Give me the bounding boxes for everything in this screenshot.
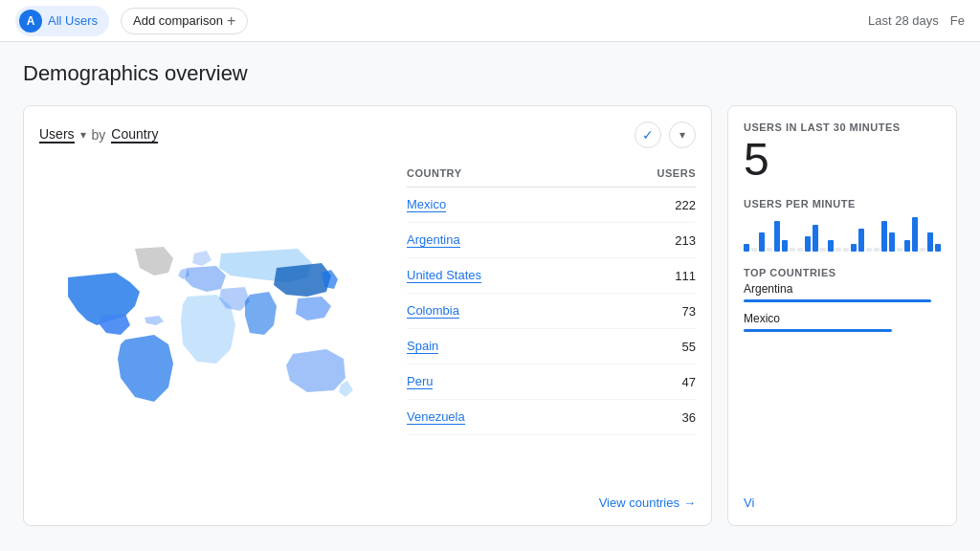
page-title: Demographics overview bbox=[23, 61, 957, 86]
dimension-label[interactable]: Country bbox=[111, 126, 158, 143]
mini-bar bbox=[843, 248, 849, 252]
mini-bar bbox=[744, 244, 749, 252]
top-countries-label: TOP COUNTRIES bbox=[744, 267, 941, 278]
table-row: Spain 55 bbox=[407, 329, 696, 364]
mini-bar bbox=[797, 248, 803, 252]
mini-bar bbox=[897, 248, 902, 252]
country-header: COUNTRY bbox=[407, 167, 461, 179]
mini-bar bbox=[912, 217, 918, 252]
arrow-right-icon: → bbox=[683, 496, 696, 510]
mini-bar bbox=[805, 236, 811, 252]
mini-bar bbox=[790, 248, 795, 252]
table-row: Venezuela 36 bbox=[407, 400, 696, 435]
country-name[interactable]: Argentina bbox=[407, 232, 460, 248]
country-value: 36 bbox=[682, 410, 696, 425]
table-row: United States 111 bbox=[407, 258, 696, 294]
mini-bar bbox=[813, 225, 818, 252]
users-last-30-section: USERS IN LAST 30 MINUTES 5 bbox=[744, 121, 941, 183]
country-name[interactable]: United States bbox=[407, 268, 481, 283]
table-row: Peru 47 bbox=[407, 364, 696, 400]
view-countries-label: View countries bbox=[599, 496, 679, 510]
mini-bar-chart bbox=[744, 217, 941, 252]
top-countries-section: TOP COUNTRIES Argentina Mexico bbox=[744, 267, 941, 332]
main-layout: Users ▾ by Country ✓ ▾ bbox=[23, 105, 957, 526]
country-value: 47 bbox=[682, 375, 696, 389]
top-country-name: Argentina bbox=[744, 282, 941, 296]
mini-bar bbox=[920, 248, 925, 252]
top-country-item: Mexico bbox=[744, 312, 941, 332]
mini-bar bbox=[774, 221, 780, 252]
mini-bar bbox=[866, 248, 872, 252]
map-area bbox=[39, 160, 384, 510]
users-last-30-label: USERS IN LAST 30 MINUTES bbox=[744, 121, 941, 133]
check-icon[interactable]: ✓ bbox=[635, 121, 661, 148]
plus-icon: + bbox=[227, 12, 235, 30]
mini-bar bbox=[851, 244, 857, 252]
mini-bar bbox=[835, 248, 841, 252]
topbar: A All Users Add comparison + Last 28 day… bbox=[0, 0, 980, 42]
card-title-group: Users ▾ by Country bbox=[39, 126, 158, 143]
top-countries-list: Argentina Mexico bbox=[744, 282, 941, 332]
mini-bar bbox=[767, 248, 772, 252]
by-label: by bbox=[92, 127, 106, 143]
users-per-minute-section: USERS PER MINUTE bbox=[744, 198, 941, 252]
mini-bar bbox=[858, 229, 864, 252]
card-controls: ✓ ▾ bbox=[635, 121, 696, 148]
country-value: 73 bbox=[682, 304, 696, 319]
table-row: Argentina 213 bbox=[407, 223, 696, 258]
top-country-bar bbox=[744, 299, 931, 302]
table-body: Mexico 222 Argentina 213 United States 1… bbox=[407, 187, 696, 484]
mini-bar bbox=[759, 232, 765, 252]
mini-bar bbox=[904, 240, 910, 252]
users-count: 5 bbox=[744, 137, 941, 183]
metric-dropdown[interactable]: Users bbox=[39, 126, 75, 143]
world-map bbox=[39, 230, 384, 440]
map-table-layout: COUNTRY USERS Mexico 222 Argentina 213 U… bbox=[39, 160, 696, 510]
country-value: 222 bbox=[675, 198, 696, 212]
top-country-bar bbox=[744, 329, 892, 332]
country-value: 111 bbox=[675, 269, 696, 283]
date-label: Fe bbox=[950, 13, 965, 28]
table-header: COUNTRY USERS bbox=[407, 160, 696, 187]
table-area: COUNTRY USERS Mexico 222 Argentina 213 U… bbox=[407, 160, 696, 510]
avatar: A bbox=[19, 10, 42, 33]
mini-bar bbox=[828, 240, 834, 252]
mini-bar bbox=[874, 248, 880, 252]
mini-bar bbox=[820, 248, 826, 252]
all-users-segment[interactable]: A All Users bbox=[15, 6, 109, 36]
country-name[interactable]: Spain bbox=[407, 339, 438, 354]
country-name[interactable]: Peru bbox=[407, 374, 433, 389]
country-value: 55 bbox=[682, 340, 696, 354]
all-users-label: All Users bbox=[48, 13, 98, 28]
top-country-name: Mexico bbox=[744, 312, 941, 325]
table-row: Colombia 73 bbox=[407, 294, 696, 329]
page-content: Demographics overview Users ▾ by Country… bbox=[0, 42, 980, 551]
top-country-item: Argentina bbox=[744, 282, 941, 302]
card-header: Users ▾ by Country ✓ ▾ bbox=[39, 121, 696, 148]
mini-bar bbox=[889, 232, 895, 252]
topbar-right: Last 28 days Fe bbox=[868, 13, 965, 28]
date-range-label: Last 28 days bbox=[868, 13, 939, 28]
mini-bar bbox=[927, 232, 933, 252]
main-card: Users ▾ by Country ✓ ▾ bbox=[23, 105, 712, 526]
metric-chevron-icon[interactable]: ▾ bbox=[80, 128, 86, 142]
topbar-left: A All Users Add comparison + bbox=[15, 6, 248, 36]
table-row: Mexico 222 bbox=[407, 187, 696, 223]
country-name[interactable]: Venezuela bbox=[407, 409, 465, 425]
sidebar-card: USERS IN LAST 30 MINUTES 5 USERS PER MIN… bbox=[727, 105, 957, 526]
view-countries-link[interactable]: View countries → bbox=[599, 484, 696, 510]
add-comparison-button[interactable]: Add comparison + bbox=[121, 8, 248, 34]
mini-bar bbox=[881, 221, 887, 252]
mini-bar bbox=[751, 248, 757, 252]
users-per-minute-label: USERS PER MINUTE bbox=[744, 198, 941, 209]
mini-bar bbox=[935, 244, 941, 252]
view-more-link[interactable]: Vi bbox=[744, 496, 941, 510]
dropdown-icon[interactable]: ▾ bbox=[669, 121, 696, 148]
country-name[interactable]: Colombia bbox=[407, 303, 459, 319]
add-comparison-label: Add comparison bbox=[133, 13, 223, 28]
users-header: USERS bbox=[657, 167, 696, 179]
country-name[interactable]: Mexico bbox=[407, 197, 446, 212]
mini-bar bbox=[782, 240, 788, 252]
country-value: 213 bbox=[675, 233, 696, 248]
